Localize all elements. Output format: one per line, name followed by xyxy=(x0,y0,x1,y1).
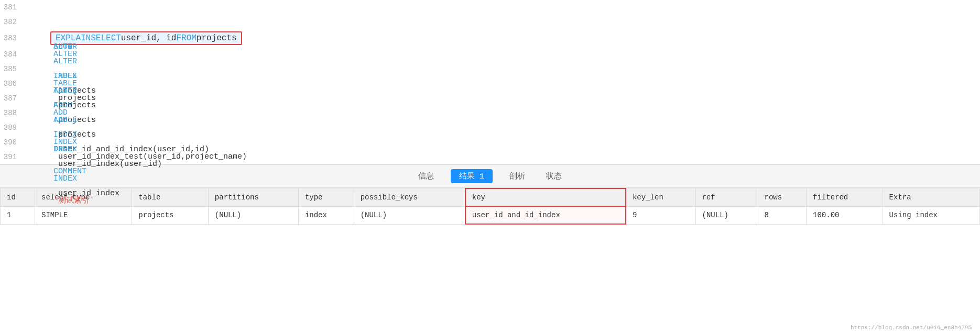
line-number-381: 381 xyxy=(0,0,25,15)
line-number-384: 384 xyxy=(0,47,25,62)
watermark: https://blog.csdn.net/u016_en8h4795 xyxy=(851,325,972,331)
line-number-387: 387 xyxy=(0,91,25,106)
line-number-388: 388 xyxy=(0,106,25,120)
line-number-391: 391 xyxy=(0,150,25,164)
line-number-385: 385 xyxy=(0,62,25,76)
line-number-389: 389 xyxy=(0,120,25,135)
code-line-381: 381 xyxy=(0,0,980,15)
line-number-383: 383 xyxy=(0,34,25,42)
line-content-390: ALTER TABLE projects DROP INDEX user_id_… xyxy=(25,69,980,216)
line-number-390: 390 xyxy=(0,135,25,150)
code-line-390: 390 ALTER TABLE projects DROP INDEX user… xyxy=(0,135,980,150)
line-number-386: 386 xyxy=(0,76,25,91)
code-editor: 381 382 383 EXPLAIN SELECT user_id, id F… xyxy=(0,0,980,164)
line-number-382: 382 xyxy=(0,15,25,29)
